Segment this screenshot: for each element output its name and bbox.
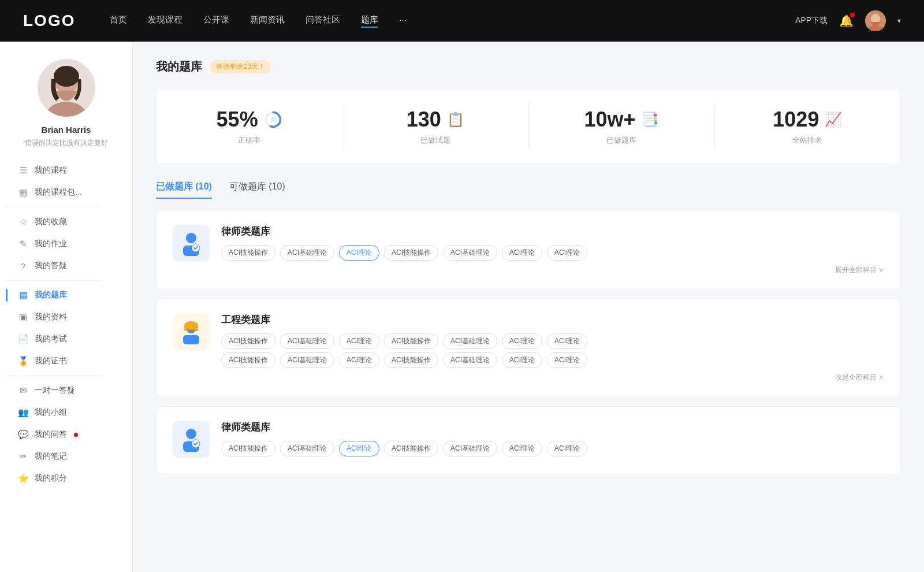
- app-download-button[interactable]: APP下载: [795, 16, 828, 26]
- tag[interactable]: ACI基础理论: [443, 245, 497, 261]
- sidebar-item-questionbank[interactable]: ▤ 我的题库: [6, 284, 126, 306]
- sidebar-item-1on1[interactable]: ✉ 一对一答疑: [6, 380, 126, 402]
- sidebar-item-courses[interactable]: ☰ 我的课程: [6, 159, 126, 181]
- sidebar-item-materials[interactable]: ▣ 我的资料: [6, 306, 126, 328]
- tag[interactable]: ACI技能操作: [384, 333, 438, 349]
- tag[interactable]: ACI基础理论: [443, 333, 497, 349]
- tags-row-2a: ACI技能操作 ACI基础理论 ACI理论 ACI技能操作 ACI基础理论 AC…: [221, 333, 884, 349]
- tag[interactable]: ACI技能操作: [384, 245, 438, 261]
- sidebar-avatar: [38, 59, 95, 117]
- nav-discover[interactable]: 发现课程: [148, 14, 182, 28]
- sidebar-item-exam[interactable]: 📄 我的考试: [6, 328, 126, 350]
- tag[interactable]: ACI理论: [547, 245, 587, 261]
- tag[interactable]: ACI基础理论: [280, 245, 334, 261]
- tag[interactable]: ACI理论: [339, 352, 379, 368]
- sidebar-item-questions[interactable]: ? 我的答疑: [6, 255, 126, 277]
- message-icon: ✉: [17, 385, 29, 396]
- tag[interactable]: ACI技能操作: [221, 333, 275, 349]
- tag[interactable]: ACI技能操作: [221, 245, 275, 261]
- lawyer-icon-wrap-2: [173, 421, 210, 458]
- sidebar-item-cert[interactable]: 🏅 我的证书: [6, 350, 126, 372]
- qbank-content-2: 工程类题库 ACI技能操作 ACI基础理论 ACI理论 ACI技能操作 ACI基…: [221, 313, 884, 382]
- svg-point-18: [186, 429, 196, 439]
- orange-doc-icon: 📑: [642, 112, 659, 128]
- sidebar-item-label: 我的考试: [35, 334, 67, 344]
- engineer-icon-wrap: [173, 313, 210, 350]
- homework-icon: ✎: [17, 239, 29, 249]
- tag[interactable]: ACI理论: [339, 333, 379, 349]
- sidebar-item-label: 我的笔记: [35, 451, 67, 462]
- tag-active[interactable]: ACI理论: [339, 441, 379, 456]
- tab-available-banks[interactable]: 可做题库 (10): [229, 181, 285, 199]
- tag[interactable]: ACI理论: [547, 352, 587, 368]
- tag[interactable]: ACI理论: [547, 333, 587, 349]
- sidebar-divider-3: [6, 376, 102, 376]
- collapse-link-2[interactable]: 收起全部科目 ∧: [221, 373, 884, 382]
- navbar-menu: 首页 发现课程 公开课 新闻资讯 问答社区 题库 ···: [110, 14, 795, 28]
- tag[interactable]: ACI理论: [547, 441, 587, 456]
- sidebar-item-group[interactable]: 👥 我的小组: [6, 402, 126, 424]
- main-content: 我的题库 体验剩余23天！ 55% 正确率 130: [133, 42, 924, 572]
- tag[interactable]: ACI基础理论: [280, 441, 334, 456]
- tag-active[interactable]: ACI理论: [339, 245, 379, 261]
- nav-questionbank[interactable]: 题库: [361, 14, 378, 28]
- stat-done-questions: 130 📋 已做试题: [342, 103, 528, 150]
- sidebar-item-qa[interactable]: 💬 我的问答: [6, 424, 126, 445]
- notification-bell-icon[interactable]: 🔔: [839, 14, 854, 28]
- sidebar-item-label: 一对一答疑: [35, 385, 75, 396]
- nav-opencourse[interactable]: 公开课: [203, 14, 229, 28]
- tab-done-banks[interactable]: 已做题库 (10): [156, 181, 212, 199]
- sidebar-item-label: 我的小组: [35, 407, 67, 418]
- qbank-header-2: 工程类题库 ACI技能操作 ACI基础理论 ACI理论 ACI技能操作 ACI基…: [173, 313, 884, 382]
- trial-badge: 体验剩余23天！: [210, 60, 271, 73]
- sidebar-item-course-pkg[interactable]: ▦ 我的课程包...: [6, 181, 126, 203]
- tag[interactable]: ACI技能操作: [221, 352, 275, 368]
- tag[interactable]: ACI基础理论: [280, 333, 334, 349]
- qbank-card-1: 律师类题库 ACI技能操作 ACI基础理论 ACI理论 ACI技能操作 ACI基…: [156, 210, 901, 289]
- cert-icon: 🏅: [17, 356, 29, 366]
- tag[interactable]: ACI基础理论: [280, 352, 334, 368]
- nav-more[interactable]: ···: [399, 14, 407, 28]
- engineer-svg-icon: [178, 319, 204, 344]
- sidebar-item-favorites[interactable]: ☆ 我的收藏: [6, 211, 126, 233]
- sidebar-item-label: 我的题库: [35, 290, 67, 300]
- star-icon: ☆: [17, 217, 29, 227]
- navbar-logo: LOGO: [23, 12, 75, 30]
- avatar[interactable]: [865, 10, 886, 31]
- sidebar-item-label: 我的证书: [35, 356, 67, 366]
- tag[interactable]: ACI技能操作: [221, 441, 275, 456]
- svg-point-9: [270, 117, 275, 122]
- tag[interactable]: ACI基础理论: [443, 441, 497, 456]
- expand-link-1[interactable]: 展开全部科目 ∨: [221, 265, 884, 275]
- materials-icon: ▣: [17, 312, 29, 322]
- stat-top: 55%: [217, 107, 282, 132]
- nav-home[interactable]: 首页: [110, 14, 127, 28]
- dropdown-icon[interactable]: ▾: [897, 17, 901, 25]
- page-title: 我的题库: [156, 59, 202, 75]
- stat-label-questions: 已做试题: [420, 135, 450, 146]
- stat-number-banks: 10w+: [584, 107, 636, 132]
- lawyer-icon-wrap: [173, 225, 210, 262]
- tag[interactable]: ACI技能操作: [384, 352, 438, 368]
- tag[interactable]: ACI理论: [502, 333, 542, 349]
- tag[interactable]: ACI技能操作: [384, 441, 438, 456]
- nav-news[interactable]: 新闻资讯: [250, 14, 285, 28]
- tag[interactable]: ACI理论: [502, 441, 542, 456]
- qbank-content-1: 律师类题库 ACI技能操作 ACI基础理论 ACI理论 ACI技能操作 ACI基…: [221, 225, 884, 275]
- main-layout: Brian Harris 错误的决定比没有决定要好 ☰ 我的课程 ▦ 我的课程包…: [0, 42, 924, 572]
- qa-icon: 💬: [17, 429, 29, 440]
- nav-qa[interactable]: 问答社区: [305, 14, 340, 28]
- tag[interactable]: ACI理论: [502, 245, 542, 261]
- sidebar-motto: 错误的决定比没有决定要好: [13, 138, 120, 148]
- sidebar-item-label: 我的答疑: [35, 261, 67, 271]
- notification-dot: [850, 13, 855, 17]
- tag[interactable]: ACI基础理论: [443, 352, 497, 368]
- sidebar-item-points[interactable]: ⭐ 我的积分: [6, 467, 126, 489]
- qbank-card-2: 工程类题库 ACI技能操作 ACI基础理论 ACI理论 ACI技能操作 ACI基…: [156, 299, 901, 397]
- page-header: 我的题库 体验剩余23天！: [156, 59, 901, 75]
- stat-label-rank: 全站排名: [792, 135, 822, 146]
- sidebar-item-notes[interactable]: ✏ 我的笔记: [6, 445, 126, 467]
- tag[interactable]: ACI理论: [502, 352, 542, 368]
- qbank-name-3: 律师类题库: [221, 421, 884, 434]
- sidebar-item-homework[interactable]: ✎ 我的作业: [6, 233, 126, 255]
